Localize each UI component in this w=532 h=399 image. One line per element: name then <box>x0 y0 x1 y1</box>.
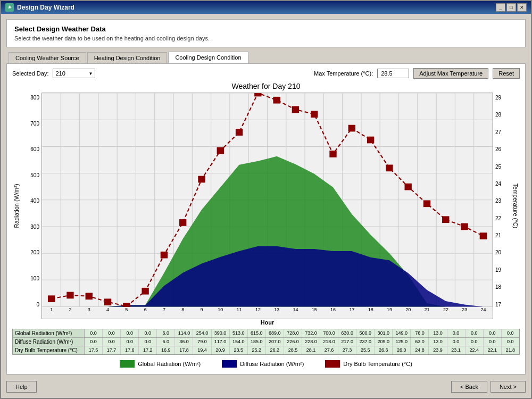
header-subtitle: Select the weather data to be used on th… <box>14 35 518 41</box>
chart-area: Weather for Day 210 Radiation (W/m²) <box>12 82 520 326</box>
chart-body: Radiation (W/m²) 800 700 600 500 400 300 <box>12 93 520 319</box>
y-label-left-container: Radiation (W/m²) <box>12 93 21 319</box>
x-axis-labels: 1 2 3 4 5 6 7 8 9 10 <box>42 307 493 319</box>
data-row-diffuse: Diffuse Radiation (W/m²) 0.0 0.0 0.0 0.0… <box>13 338 519 346</box>
tab-cooling-source[interactable]: Cooling Weather Source <box>9 52 86 63</box>
y-label-right-container: Temperature (°C) <box>511 93 520 319</box>
controls-left: Selected Day: 210 ▼ <box>12 69 95 78</box>
controls-right: Max Temperature (°C): Adjust Max Tempera… <box>314 68 520 79</box>
dropdown-arrow-icon: ▼ <box>89 71 93 76</box>
controls-row: Selected Day: 210 ▼ Max Temperature (°C)… <box>12 68 520 79</box>
legend-label-temp: Dry Bulb Temperature (°C) <box>343 361 412 367</box>
legend-color-diffuse <box>222 360 237 368</box>
y-axis-left-label: Radiation (W/m²) <box>13 184 20 228</box>
main-window: ☀ Design Day Wizard _ □ ✕ Select Design … <box>0 0 532 399</box>
legend-label-diffuse: Diffuse Radiation (W/m²) <box>240 361 304 367</box>
legend: Global Radiation (W/m²) Diffuse Radiatio… <box>12 358 520 370</box>
chart-and-axes: Radiation (W/m²) 800 700 600 500 400 300 <box>12 93 520 326</box>
chart-title: Weather for Day 210 <box>12 82 520 90</box>
main-content: Select Design Weather Data Select the we… <box>1 14 531 399</box>
back-button[interactable]: < Back <box>451 381 487 393</box>
maximize-button[interactable]: □ <box>506 3 516 12</box>
data-values-drybulb: 17.5 17.7 17.6 17.2 16.9 17.8 19.4 20.9 … <box>85 346 519 354</box>
data-header-drybulb: Dry Bulb Temperature (°C) <box>13 346 85 354</box>
data-header-diffuse: Diffuse Radiation (W/m²) <box>13 338 85 346</box>
y-ticks-left: 800 700 600 500 400 300 200 100 0 <box>21 93 41 319</box>
next-button[interactable]: Next > <box>491 381 526 393</box>
app-icon: ☀ <box>5 3 14 12</box>
reset-button[interactable]: Reset <box>493 68 520 79</box>
title-bar-left: ☀ Design Day Wizard <box>5 3 74 12</box>
legend-item-temp: Dry Bulb Temperature (°C) <box>325 360 412 368</box>
data-values-global: 0.0 0.0 0.0 0.0 6.0 114.0 254.0 390.0 51… <box>85 329 519 337</box>
legend-color-temp <box>325 360 340 368</box>
data-row-global: Global Radiation (W/m²) 0.0 0.0 0.0 0.0 … <box>13 329 519 338</box>
minimize-button[interactable]: _ <box>496 3 505 12</box>
nav-buttons: < Back Next > <box>451 381 526 393</box>
tab-heating-condition[interactable]: Heating Design Condition <box>87 52 168 63</box>
legend-label-global: Global Radiation (W/m²) <box>138 361 201 367</box>
help-button[interactable]: Help <box>6 381 37 393</box>
main-panel: Selected Day: 210 ▼ Max Temperature (°C)… <box>6 63 526 375</box>
selected-day-label: Selected Day: <box>12 70 48 77</box>
y-ticks-right: 29 28 27 26 25 24 23 22 21 20 <box>493 93 511 319</box>
tabs-container: Cooling Weather Source Heating Design Co… <box>6 52 526 63</box>
close-button[interactable]: ✕ <box>517 3 527 12</box>
title-bar-buttons: _ □ ✕ <box>496 3 527 12</box>
tab-section: Cooling Weather Source Heating Design Co… <box>6 52 526 375</box>
max-temp-input[interactable] <box>377 69 409 78</box>
chart-svg <box>42 93 493 307</box>
chart-svg-container: 1 2 3 4 5 6 7 8 9 10 <box>41 93 493 319</box>
legend-color-global <box>120 360 135 368</box>
y-axis-left-container: Radiation (W/m²) 800 700 600 500 400 300 <box>12 93 41 319</box>
legend-item-diffuse: Diffuse Radiation (W/m²) <box>222 360 304 368</box>
data-row-drybulb: Dry Bulb Temperature (°C) 17.5 17.7 17.6… <box>13 346 519 354</box>
tab-cooling-condition[interactable]: Cooling Design Condition <box>168 52 248 63</box>
window-title: Design Day Wizard <box>17 4 74 11</box>
max-temp-label: Max Temperature (°C): <box>314 70 373 77</box>
legend-item-global: Global Radiation (W/m²) <box>120 360 201 368</box>
title-bar: ☀ Design Day Wizard _ □ ✕ <box>1 1 531 14</box>
y-axis-right-container: 29 28 27 26 25 24 23 22 21 20 <box>493 93 520 319</box>
y-axis-right-label: Temperature (°C) <box>512 184 519 228</box>
header-section: Select Design Weather Data Select the we… <box>6 19 526 47</box>
header-title: Select Design Weather Data <box>14 25 518 33</box>
data-header-global: Global Radiation (W/m²) <box>13 329 85 337</box>
data-table: Global Radiation (W/m²) 0.0 0.0 0.0 0.0 … <box>12 329 520 355</box>
diffuse-radiation-area <box>42 246 493 307</box>
adjust-max-temp-button[interactable]: Adjust Max Temperature <box>413 68 488 79</box>
x-axis-label: Hour <box>12 319 520 326</box>
footer: Help < Back Next > <box>6 379 526 395</box>
data-values-diffuse: 0.0 0.0 0.0 0.0 6.0 36.0 79.0 117.0 154.… <box>85 338 519 346</box>
day-select[interactable]: 210 ▼ <box>53 69 95 78</box>
